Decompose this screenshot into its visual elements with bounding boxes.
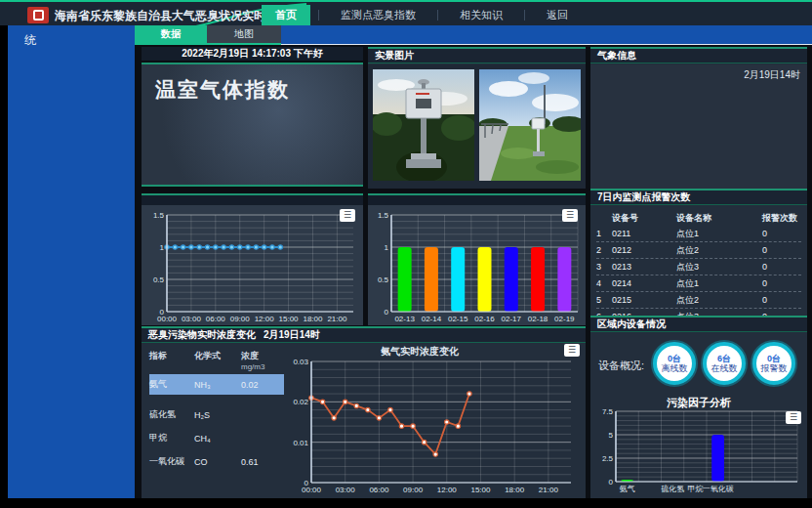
chart-panel-header bbox=[368, 195, 586, 205]
site-photos-title: 实景图片 bbox=[368, 49, 586, 64]
site-photo-1 bbox=[373, 69, 474, 181]
svg-text:02-14: 02-14 bbox=[422, 315, 442, 323]
nh3-chart-title: 氨气实时浓度变化 bbox=[288, 345, 551, 359]
svg-text:03:00: 03:00 bbox=[182, 315, 202, 323]
svg-text:02-16: 02-16 bbox=[474, 315, 495, 323]
device-overview-label: 设备概况: bbox=[598, 359, 644, 373]
alarm-table-row: 40214 点位10 bbox=[596, 275, 801, 292]
nav-item-odor-index[interactable]: 监测点恶臭指数 bbox=[327, 5, 429, 25]
odor-table: 指标 化学式 浓度mg/m3 氨气NH₃0.02 硫化氢H₂S 甲烷CH₄ 一氧… bbox=[149, 350, 284, 475]
svg-text:12:00: 12:00 bbox=[255, 315, 275, 323]
alarm-count-panel: 7日内监测点报警次数 设备号 设备名称 报警次数 10211 点位10 2021… bbox=[590, 189, 807, 316]
svg-text:1: 1 bbox=[160, 243, 165, 252]
odor-table-header: 指标 化学式 浓度mg/m3 bbox=[149, 350, 284, 373]
svg-text:02-15: 02-15 bbox=[448, 315, 468, 323]
svg-text:0.5: 0.5 bbox=[378, 275, 389, 284]
greenhouse-gas-title: 温室气体指数 bbox=[142, 64, 363, 104]
weather-info-body: 2月19日14时 bbox=[590, 64, 807, 189]
odor-row-nh3[interactable]: 氨气NH₃0.02 bbox=[149, 374, 284, 395]
svg-text:0: 0 bbox=[385, 308, 389, 317]
svg-text:21:00: 21:00 bbox=[327, 315, 347, 323]
svg-text:硫化氢: 硫化氢 bbox=[661, 485, 684, 493]
svg-text:0.5: 0.5 bbox=[153, 275, 165, 284]
odor-panel-title: 恶臭污染物实时浓度变化2月19日14时 bbox=[142, 328, 586, 343]
site-photo-2 bbox=[479, 69, 581, 181]
odor-row-co[interactable]: 一氧化碳CO0.61 bbox=[149, 451, 284, 472]
pollution-analysis-title: 污染因子分析 bbox=[590, 396, 807, 410]
svg-text:15:00: 15:00 bbox=[279, 315, 300, 323]
svg-text:1.5: 1.5 bbox=[153, 211, 165, 220]
online-count-circle: 6台 在线数 bbox=[703, 342, 746, 385]
alarm-panel-title: 7日内监测点报警次数 bbox=[590, 190, 807, 205]
svg-text:06:00: 06:00 bbox=[206, 315, 226, 323]
svg-text:1: 1 bbox=[385, 243, 389, 252]
svg-text:15:00: 15:00 bbox=[470, 486, 491, 494]
weather-info-title: 气象信息 bbox=[590, 49, 807, 64]
svg-text:1.5: 1.5 bbox=[378, 211, 389, 220]
svg-text:06:00: 06:00 bbox=[369, 486, 389, 494]
daily-index-bar-chart: 00.511.502-1302-1402-1502-1602-1702-1802… bbox=[368, 205, 586, 325]
chart-menu-icon[interactable] bbox=[564, 344, 580, 357]
svg-text:02-19: 02-19 bbox=[554, 315, 575, 323]
alarm-table-row: 50215 点位20 bbox=[596, 292, 801, 309]
svg-text:7.5: 7.5 bbox=[602, 409, 614, 416]
nh3-line-chart: 00.010.020.0300:0003:0006:0009:0012:0015… bbox=[286, 358, 579, 496]
svg-text:18:00: 18:00 bbox=[505, 486, 525, 494]
app-logo bbox=[27, 7, 49, 23]
chart-menu-icon[interactable] bbox=[562, 209, 578, 222]
tab-bar: 数据 地图 bbox=[135, 25, 812, 45]
alarm-table-row: 30213 点位30 bbox=[596, 259, 801, 275]
nav-item-home[interactable]: 首页 bbox=[262, 5, 310, 25]
device-panel-title: 区域内设备情况 bbox=[590, 318, 807, 332]
nav-item-knowledge[interactable]: 相关知识 bbox=[446, 5, 516, 25]
odor-concentration-panel: 恶臭污染物实时浓度变化2月19日14时 指标 化学式 浓度mg/m3 氨气NH₃… bbox=[142, 326, 586, 498]
svg-text:12:00: 12:00 bbox=[437, 486, 458, 494]
chart-menu-icon[interactable] bbox=[340, 209, 355, 222]
weather-info-panel: 气象信息 2月19日14时 bbox=[590, 47, 807, 189]
nav-separator bbox=[318, 10, 319, 21]
datetime-bar: 2022年2月19日 14:17:03 下午好 bbox=[142, 47, 363, 61]
svg-text:00:00: 00:00 bbox=[302, 486, 322, 494]
device-status-panel: 区域内设备情况 设备概况: 0台 离线数 6台 在线数 0台 报警数 污染因子分… bbox=[590, 316, 807, 498]
site-photos-panel: 实景图片 bbox=[368, 47, 586, 189]
svg-text:03:00: 03:00 bbox=[336, 486, 356, 494]
alarm-table-header: 设备号 设备名称 报警次数 bbox=[596, 210, 801, 226]
weather-title-text: 气象信息 bbox=[597, 50, 636, 61]
top-nav-bar: 海南省乐东黎族自治县大气恶臭状况实时发布系 首页 监测点恶臭指数 相关知识 返回 bbox=[0, 0, 812, 25]
sidebar: 统 bbox=[8, 25, 135, 498]
greenhouse-gas-panel: 温室气体指数 bbox=[142, 63, 363, 187]
odor-row-h2s[interactable]: 硫化氢H₂S bbox=[149, 404, 284, 425]
svg-text:21:00: 21:00 bbox=[539, 486, 559, 494]
offline-count-circle: 0台 离线数 bbox=[653, 342, 696, 385]
svg-text:02-17: 02-17 bbox=[502, 315, 522, 323]
main-menu: 首页 监测点恶臭指数 相关知识 返回 bbox=[262, 4, 582, 25]
pollution-bar-chart: 02.557.5氨气硫化氢甲烷一氧化碳 bbox=[594, 409, 803, 493]
chart-menu-icon[interactable] bbox=[786, 411, 801, 424]
alarm-count-circle: 0台 报警数 bbox=[752, 342, 795, 385]
svg-text:甲烷: 甲烷 bbox=[687, 485, 703, 493]
svg-text:氨气: 氨气 bbox=[620, 485, 635, 493]
odor-row-ch4[interactable]: 甲烷CH₄ bbox=[149, 428, 284, 448]
tab-map[interactable]: 地图 bbox=[207, 25, 281, 43]
chart-panel-header bbox=[142, 195, 363, 205]
daily-index-panel: 00.511.502-1302-1402-1502-1602-1702-1802… bbox=[368, 193, 586, 325]
nav-item-back[interactable]: 返回 bbox=[533, 5, 582, 25]
alarm-table-row: 10211 点位10 bbox=[596, 226, 801, 242]
weather-time: 2月19日14时 bbox=[744, 68, 800, 82]
greenhouse-trend-panel: 00.511.500:0003:0006:0009:0012:0015:0018… bbox=[142, 193, 363, 325]
svg-text:09:00: 09:00 bbox=[230, 315, 251, 323]
nav-separator bbox=[437, 10, 438, 21]
alarm-table: 设备号 设备名称 报警次数 10211 点位10 20212 点位20 3021… bbox=[596, 210, 801, 325]
svg-text:5: 5 bbox=[609, 431, 614, 440]
svg-text:02-18: 02-18 bbox=[528, 315, 548, 323]
nav-separator bbox=[524, 10, 525, 21]
svg-text:2.5: 2.5 bbox=[602, 454, 614, 463]
title-overflow-text: 统 bbox=[8, 25, 135, 49]
svg-text:0.02: 0.02 bbox=[293, 398, 308, 406]
alarm-table-row: 20212 点位20 bbox=[596, 242, 801, 259]
svg-text:0.03: 0.03 bbox=[293, 358, 308, 366]
dashboard-main: 2022年2月19日 14:17:03 下午好 温室气体指数 00.511.50… bbox=[135, 45, 812, 498]
svg-text:18:00: 18:00 bbox=[303, 315, 323, 323]
tab-data[interactable]: 数据 bbox=[135, 25, 207, 43]
greenhouse-line-chart: 00.511.500:0003:0006:0009:0012:0015:0018… bbox=[142, 205, 363, 325]
